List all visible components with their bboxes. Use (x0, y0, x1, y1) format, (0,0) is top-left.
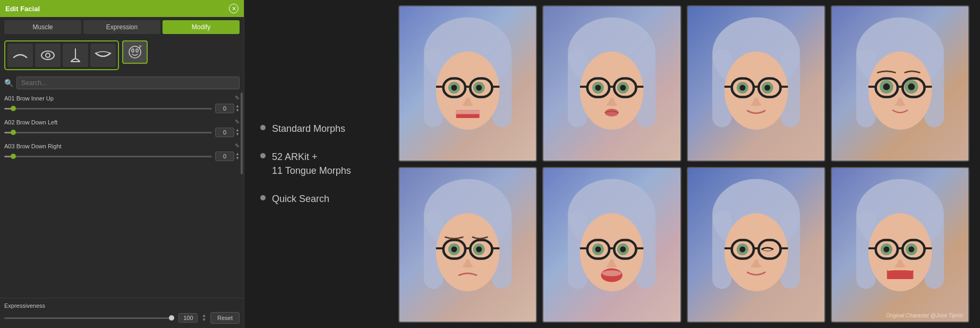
svg-rect-115 (887, 270, 914, 279)
bullet-text-standard: Standard Morphs (272, 122, 345, 136)
expressiveness-slider[interactable] (4, 317, 174, 319)
face-card-1[interactable] (398, 5, 537, 162)
svg-point-53 (868, 52, 932, 130)
slider-value-box: ▲ ▼ (215, 152, 240, 161)
svg-point-20 (476, 85, 482, 91)
nose-icon-button[interactable] (63, 44, 88, 67)
bullet-quick-search: Quick Search (260, 192, 377, 206)
slider-value-box: ▲ ▼ (215, 104, 240, 113)
svg-point-101 (739, 246, 745, 252)
tab-modify[interactable]: Modify (163, 20, 240, 34)
face-image-5 (399, 168, 536, 322)
morph-slider[interactable] (4, 156, 212, 157)
slider-value-box: ▲ ▼ (215, 128, 240, 137)
svg-point-113 (883, 246, 889, 252)
feature-bullets: Standard Morphs 52 ARKit +11 Tongue Morp… (244, 0, 393, 328)
face-card-6[interactable] (542, 167, 681, 323)
face-part-icons (4, 40, 119, 70)
spinner-arrows: ▲ ▼ (235, 128, 240, 137)
svg-point-90 (602, 270, 622, 276)
svg-point-4 (136, 49, 138, 52)
panel-title-bar: Edit Facial ✕ (0, 0, 244, 17)
face-image-4 (832, 6, 968, 161)
eye-icon-button[interactable] (35, 44, 61, 67)
bullet-text-search: Quick Search (272, 192, 329, 206)
expressiveness-value[interactable] (178, 313, 198, 323)
panel-title: Edit Facial (5, 5, 40, 13)
morph-list: A01 Brow Inner Up ✎ ▲ ▼ A (0, 92, 244, 298)
morph-edit-icon[interactable]: ✎ (235, 119, 240, 125)
decrement-arrow[interactable]: ▼ (235, 108, 240, 113)
search-icon: 🔍 (4, 79, 13, 87)
svg-point-88 (620, 246, 626, 252)
svg-point-94 (724, 213, 787, 291)
morph-value-input[interactable] (215, 128, 234, 137)
slider-row: ▲ ▼ (4, 152, 240, 161)
mouth-icon-button[interactable] (90, 44, 116, 67)
scrollbar[interactable] (241, 92, 243, 174)
decrement-arrow[interactable]: ▼ (235, 156, 240, 161)
morph-label-row: A03 Brow Down Right ✎ (4, 142, 240, 149)
edit-facial-panel: Edit Facial ✕ Muscle Expression Modify (0, 0, 244, 328)
morph-label: A03 Brow Down Right (4, 143, 62, 149)
morph-slider[interactable] (4, 108, 212, 110)
tab-bar: Muscle Expression Modify (0, 17, 244, 37)
brow-icon-button[interactable] (7, 44, 33, 67)
morph-value-input[interactable] (215, 104, 234, 113)
expressiveness-section: Expressiveness ▲ ▼ Reset (0, 298, 244, 328)
tab-muscle[interactable]: Muscle (4, 20, 81, 34)
tab-expression[interactable]: Expression (83, 20, 160, 34)
decrement-arrow[interactable]: ▼ (235, 132, 240, 137)
add-face-button[interactable] (122, 40, 148, 64)
morph-item: A03 Brow Down Right ✎ ▲ ▼ (4, 142, 240, 161)
spinner-arrows: ▲ ▼ (235, 152, 240, 161)
face-card-5[interactable] (398, 167, 537, 323)
svg-point-3 (132, 49, 134, 52)
svg-point-105 (868, 213, 932, 291)
svg-point-2 (129, 46, 141, 58)
face-card-8[interactable]: Original Character @José Tijerin (831, 167, 969, 323)
bullet-arkit: 52 ARKit +11 Tongue Morphs (260, 150, 377, 177)
face-card-7[interactable] (687, 167, 825, 323)
morph-label-row: A02 Brow Down Left ✎ (4, 119, 240, 125)
face-card-4[interactable] (831, 5, 969, 162)
expr-decrement[interactable]: ▼ (202, 318, 206, 322)
morph-edit-icon[interactable]: ✎ (235, 95, 240, 102)
morph-value-input[interactable] (215, 152, 234, 161)
svg-point-26 (580, 52, 643, 130)
face-image-7 (688, 168, 824, 322)
reset-button[interactable]: Reset (210, 312, 240, 324)
svg-point-114 (908, 246, 914, 252)
morph-label: A02 Brow Down Left (4, 119, 57, 125)
svg-point-62 (908, 83, 915, 90)
svg-point-74 (451, 246, 457, 252)
slider-row: ▲ ▼ (4, 128, 240, 137)
expr-spinner: ▲ ▼ (202, 314, 206, 322)
face-image-2 (543, 6, 680, 161)
expressiveness-label: Expressiveness (4, 302, 240, 309)
face-image-8: Original Character @José Tijerin (832, 168, 968, 322)
face-card-3[interactable] (687, 5, 825, 162)
morph-item: A01 Brow Inner Up ✎ ▲ ▼ (4, 95, 240, 113)
search-input[interactable] (16, 77, 240, 89)
face-image-6 (543, 168, 680, 322)
morph-edit-icon[interactable]: ✎ (235, 142, 240, 149)
expressiveness-row: ▲ ▼ Reset (4, 312, 240, 324)
svg-point-66 (436, 213, 499, 291)
svg-point-19 (451, 85, 457, 91)
morph-slider[interactable] (4, 132, 212, 133)
close-button[interactable]: ✕ (229, 4, 238, 13)
morph-label-row: A01 Brow Inner Up ✎ (4, 95, 240, 102)
svg-point-48 (739, 85, 745, 91)
icon-row (0, 37, 244, 73)
face-card-2[interactable] (542, 5, 681, 162)
morph-item: A02 Brow Down Left ✎ ▲ ▼ (4, 119, 240, 137)
svg-point-61 (883, 83, 890, 90)
watermark: Original Character @José Tijerin (886, 313, 963, 318)
spinner-arrows: ▲ ▼ (235, 104, 240, 113)
slider-row: ▲ ▼ (4, 104, 240, 113)
bullet-dot (260, 195, 266, 200)
bullet-standard-morphs: Standard Morphs (260, 122, 377, 136)
svg-point-35 (620, 85, 626, 91)
svg-point-36 (605, 109, 619, 117)
